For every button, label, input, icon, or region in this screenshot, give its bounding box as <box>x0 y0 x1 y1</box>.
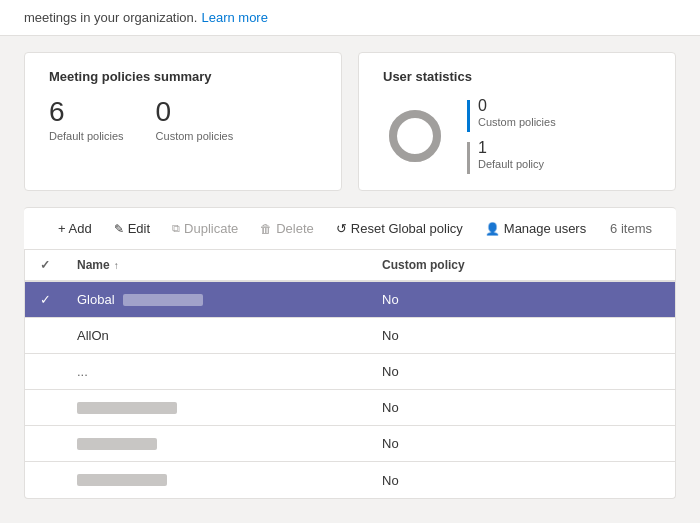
check-mark-icon: ✓ <box>40 292 51 307</box>
row6-custom-policy: No <box>370 462 675 498</box>
check-column-header: ✓ <box>25 250 65 280</box>
user-statistics-content: 0 Custom policies 1 Default policy <box>383 98 651 174</box>
table-row[interactable]: ✓ Global No <box>25 282 675 318</box>
duplicate-icon: ⧉ <box>172 222 180 235</box>
row3-check <box>25 354 65 389</box>
row1-name-text: Global <box>77 292 115 307</box>
custom-legend-text: 0 Custom policies <box>478 98 556 128</box>
name-column-header[interactable]: Name ↑ <box>65 250 370 280</box>
donut-chart <box>383 104 447 168</box>
row5-name <box>65 426 370 461</box>
custom-policies-legend: 0 Custom policies <box>467 98 556 132</box>
user-statistics-title: User statistics <box>383 69 651 84</box>
row3-custom-policy-value: No <box>382 364 399 379</box>
top-bar: meetings in your organization. Learn mor… <box>0 0 700 36</box>
table-row[interactable]: No <box>25 426 675 462</box>
delete-label: Delete <box>276 221 314 236</box>
row1-check: ✓ <box>25 282 65 317</box>
duplicate-label: Duplicate <box>184 221 238 236</box>
delete-button[interactable]: 🗑 Delete <box>250 216 324 241</box>
row6-custom-policy-value: No <box>382 473 399 488</box>
row1-name-blur <box>123 294 203 306</box>
default-policy-legend: 1 Default policy <box>467 140 556 174</box>
default-policies-stat: 6 Default policies <box>49 98 124 142</box>
table-header: ✓ Name ↑ Custom policy <box>25 250 675 282</box>
edit-label: Edit <box>128 221 150 236</box>
learn-more-link[interactable]: Learn more <box>201 10 267 25</box>
row6-check <box>25 462 65 498</box>
items-count: 6 items <box>610 221 652 236</box>
row5-name-blur <box>77 438 157 450</box>
user-custom-count: 0 <box>478 98 556 114</box>
row6-name <box>65 462 370 498</box>
custom-policy-column-header: Custom policy <box>370 250 675 280</box>
reset-button[interactable]: ↺ Reset Global policy <box>326 216 473 241</box>
row6-name-blur <box>77 474 167 486</box>
custom-bar <box>467 100 470 132</box>
default-policies-label: Default policies <box>49 130 124 142</box>
row5-custom-policy: No <box>370 426 675 461</box>
reset-icon: ↺ <box>336 221 347 236</box>
table-row[interactable]: No <box>25 462 675 498</box>
row2-name-text: AllOn <box>77 328 109 343</box>
reset-label: Reset Global policy <box>351 221 463 236</box>
delete-icon: 🗑 <box>260 222 272 236</box>
row4-custom-policy: No <box>370 390 675 425</box>
user-default-label: Default policy <box>478 158 544 170</box>
default-bar <box>467 142 470 174</box>
duplicate-button[interactable]: ⧉ Duplicate <box>162 216 248 241</box>
toolbar: + Add ✎ Edit ⧉ Duplicate 🗑 Delete ↺ Rese… <box>24 207 676 250</box>
default-legend-text: 1 Default policy <box>478 140 544 170</box>
user-stats-legend: 0 Custom policies 1 Default policy <box>467 98 556 174</box>
manage-users-button[interactable]: 👤 Manage users <box>475 216 596 241</box>
add-label: + Add <box>58 221 92 236</box>
table-row[interactable]: ... No <box>25 354 675 390</box>
meeting-policies-card: Meeting policies summary 6 Default polic… <box>24 52 342 191</box>
default-policies-count: 6 <box>49 98 124 126</box>
meeting-policies-stats: 6 Default policies 0 Custom policies <box>49 98 317 142</box>
user-custom-label: Custom policies <box>478 116 556 128</box>
meeting-policies-title: Meeting policies summary <box>49 69 317 84</box>
summary-section: Meeting policies summary 6 Default polic… <box>0 36 700 207</box>
custom-policy-header-label: Custom policy <box>382 258 465 272</box>
manage-users-icon: 👤 <box>485 222 500 236</box>
table-row[interactable]: No <box>25 390 675 426</box>
row2-check <box>25 318 65 353</box>
row5-check <box>25 426 65 461</box>
header-check-icon: ✓ <box>40 258 50 272</box>
edit-icon: ✎ <box>114 222 124 236</box>
row1-name: Global <box>65 282 370 317</box>
row4-name <box>65 390 370 425</box>
custom-policies-label: Custom policies <box>156 130 234 142</box>
row4-custom-policy-value: No <box>382 400 399 415</box>
row3-custom-policy: No <box>370 354 675 389</box>
user-default-count: 1 <box>478 140 544 156</box>
row5-custom-policy-value: No <box>382 436 399 451</box>
row3-name-text: ... <box>77 364 88 379</box>
bottom-space <box>0 499 700 515</box>
row1-custom-policy-value: No <box>382 292 399 307</box>
row2-name: AllOn <box>65 318 370 353</box>
row2-custom-policy-value: No <box>382 328 399 343</box>
manage-users-label: Manage users <box>504 221 586 236</box>
custom-policies-count: 0 <box>156 98 234 126</box>
svg-point-1 <box>393 114 437 158</box>
edit-button[interactable]: ✎ Edit <box>104 216 160 241</box>
custom-policies-stat: 0 Custom policies <box>156 98 234 142</box>
row1-custom-policy: No <box>370 282 675 317</box>
table-row[interactable]: AllOn No <box>25 318 675 354</box>
top-bar-text: meetings in your organization. <box>24 10 197 25</box>
sort-arrow-icon: ↑ <box>114 260 119 271</box>
row4-check <box>25 390 65 425</box>
row4-name-blur <box>77 402 177 414</box>
name-header-label: Name <box>77 258 110 272</box>
row2-custom-policy: No <box>370 318 675 353</box>
add-button[interactable]: + Add <box>48 216 102 241</box>
donut-svg <box>383 104 447 168</box>
user-statistics-card: User statistics 0 Custom policies <box>358 52 676 191</box>
policy-table: ✓ Name ↑ Custom policy ✓ Global No AllOn… <box>24 250 676 499</box>
row3-name: ... <box>65 354 370 389</box>
